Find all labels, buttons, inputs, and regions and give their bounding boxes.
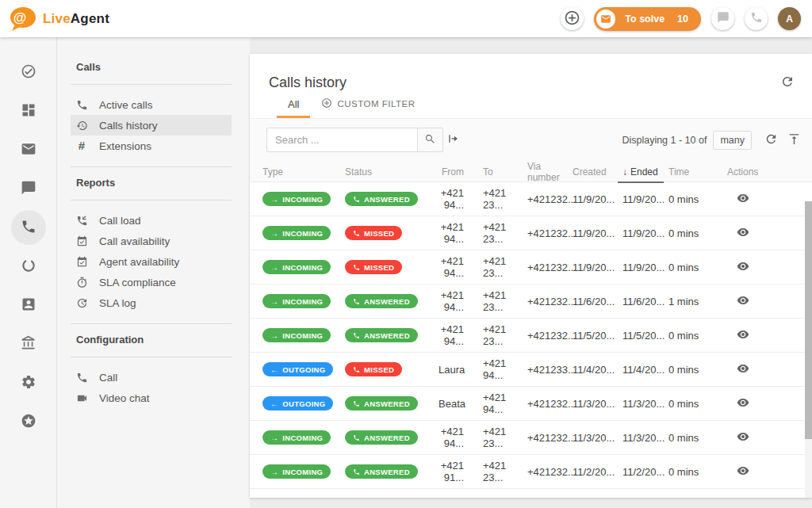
view-call-button[interactable] xyxy=(737,396,749,411)
column-header-from[interactable]: From xyxy=(439,161,483,183)
view-call-button[interactable] xyxy=(737,192,749,207)
sidebar-item-extensions[interactable]: # Extensions xyxy=(71,136,232,156)
sidebar-item-call-availability[interactable]: Call availability xyxy=(71,231,232,251)
cell-created: 11/9/20... xyxy=(573,262,622,273)
call-status-badge: ANSWERED xyxy=(345,430,418,445)
table-row[interactable]: →INCOMING ANSWERED +421 94... +421 23...… xyxy=(250,182,812,216)
rail-calls-button[interactable] xyxy=(11,210,46,245)
cell-from: +421 94... xyxy=(439,255,483,279)
avatar[interactable]: A xyxy=(778,7,801,30)
calls-button[interactable] xyxy=(745,7,768,30)
resolve-next-button[interactable] xyxy=(446,132,459,147)
rail-knowledge-base-button[interactable] xyxy=(11,327,46,361)
view-call-button[interactable] xyxy=(737,260,749,275)
rail-tickets-button[interactable] xyxy=(11,55,46,90)
cell-status: ANSWERED xyxy=(345,328,439,342)
total-count-button[interactable]: many xyxy=(713,131,752,150)
sidebar-item-calls-history[interactable]: Calls history xyxy=(71,115,232,136)
tab-custom-filter[interactable]: CUSTOM FILTER xyxy=(310,97,426,118)
cell-actions xyxy=(727,430,799,445)
divider xyxy=(71,166,232,167)
search-input[interactable] xyxy=(266,128,417,152)
cell-to: +421 94... xyxy=(483,357,527,381)
search-button[interactable] xyxy=(417,128,443,152)
table-row[interactable]: ←OUTGOING MISSED Laura +421 94... +42123… xyxy=(250,353,812,387)
table-row[interactable]: ←OUTGOING ANSWERED Beata +421 94... +421… xyxy=(250,387,812,421)
rail-social-button[interactable] xyxy=(11,249,46,284)
ring-icon xyxy=(21,258,36,276)
cell-via-number: +421233... xyxy=(527,364,573,376)
phone-icon xyxy=(353,366,360,373)
cell-created: 11/2/20... xyxy=(573,466,622,478)
cell-actions xyxy=(727,192,799,207)
cell-created: 11/3/20... xyxy=(573,398,622,410)
cell-time: 0 mins xyxy=(668,330,727,342)
table-row[interactable]: →INCOMING MISSED +421 94... +421 23... +… xyxy=(250,250,812,285)
to-solve-count: 10 xyxy=(677,13,688,25)
table-row[interactable]: →INCOMING MISSED +421 94... +421 23... +… xyxy=(250,216,812,250)
sidebar-item-active-calls[interactable]: Active calls xyxy=(71,94,232,115)
call-type-badge: →INCOMING xyxy=(262,430,331,445)
sidebar-item-call[interactable]: Call xyxy=(71,367,232,388)
call-status-badge: ANSWERED xyxy=(345,294,418,308)
dashboard-icon xyxy=(21,102,36,120)
sidebar-item-agent-availability[interactable]: Agent availability xyxy=(71,251,232,272)
column-header-via-number[interactable]: Via number xyxy=(527,161,573,183)
view-call-button[interactable] xyxy=(737,362,749,377)
rail-contacts-button[interactable] xyxy=(11,288,46,323)
column-header-ended[interactable]: ↓ Ended xyxy=(622,161,668,183)
view-call-button[interactable] xyxy=(737,226,749,241)
cell-time: 1 mins xyxy=(668,296,727,307)
rail-chats-button[interactable] xyxy=(11,171,46,206)
plus-circle-icon xyxy=(564,10,580,29)
column-header-status[interactable]: Status xyxy=(345,161,439,183)
liveagent-app: @ LiveAgent To solve 10 xyxy=(0,0,812,508)
scrollbar-thumb[interactable] xyxy=(805,201,812,439)
star-circle-icon xyxy=(21,413,36,431)
view-call-button[interactable] xyxy=(737,430,749,445)
cell-from: +421 91... xyxy=(439,460,483,483)
sort-desc-icon: ↓ xyxy=(622,166,627,178)
add-button[interactable] xyxy=(561,7,584,30)
table-row[interactable]: →INCOMING ANSWERED +421 91... +421 23...… xyxy=(250,455,812,489)
cell-from: Beata xyxy=(439,398,483,410)
sidebar-item-sla-log[interactable]: SLA log xyxy=(71,292,232,313)
to-solve-button[interactable]: To solve 10 xyxy=(594,7,701,31)
envelope-icon xyxy=(596,10,615,29)
sidebar-item-call-load[interactable]: Call load xyxy=(71,210,232,231)
panel-refresh-button[interactable] xyxy=(780,74,795,91)
direction-arrow-icon: → xyxy=(270,468,278,476)
table-refresh-button[interactable] xyxy=(764,132,778,148)
call-type-badge: →INCOMING xyxy=(262,192,331,206)
column-header-type[interactable]: Type xyxy=(262,161,345,183)
cell-via-number: +421232... xyxy=(527,432,573,444)
brand: @ LiveAgent xyxy=(8,6,109,32)
view-call-button[interactable] xyxy=(737,328,749,343)
column-header-created[interactable]: Created xyxy=(573,161,622,183)
column-header-to[interactable]: To xyxy=(483,161,527,183)
cell-from: Laura xyxy=(439,364,483,376)
check-circle-icon xyxy=(21,63,36,82)
scroll-to-top-button[interactable] xyxy=(787,132,801,148)
column-header-time[interactable]: Time xyxy=(668,161,727,183)
rail-settings-button[interactable] xyxy=(11,365,46,400)
tab-all[interactable]: All xyxy=(277,98,310,118)
table-row[interactable]: →INCOMING ANSWERED +421 94... +421 23...… xyxy=(250,421,812,455)
sidebar-item-sla-compliance[interactable]: SLA compliance xyxy=(71,272,232,292)
rail-upgrade-button[interactable] xyxy=(11,404,46,439)
sidebar-item-video-chat[interactable]: Video chat xyxy=(71,388,232,408)
cell-actions xyxy=(727,464,799,479)
view-call-button[interactable] xyxy=(737,294,749,309)
rail-dashboard-button[interactable] xyxy=(11,94,46,128)
chats-button[interactable] xyxy=(711,7,734,30)
table-row[interactable]: →INCOMING ANSWERED +421 94... +421 23...… xyxy=(250,285,812,319)
phone-icon xyxy=(353,230,360,237)
cell-from: +421 94... xyxy=(439,289,483,313)
phone-callback-icon xyxy=(75,214,88,227)
cell-created: 11/9/20... xyxy=(573,227,622,239)
table-row[interactable]: →INCOMING ANSWERED +421 94... +421 23...… xyxy=(250,319,812,353)
align-top-icon xyxy=(787,132,801,148)
rail-mail-button[interactable] xyxy=(11,132,46,167)
view-call-button[interactable] xyxy=(737,464,749,479)
cell-actions xyxy=(727,328,799,343)
